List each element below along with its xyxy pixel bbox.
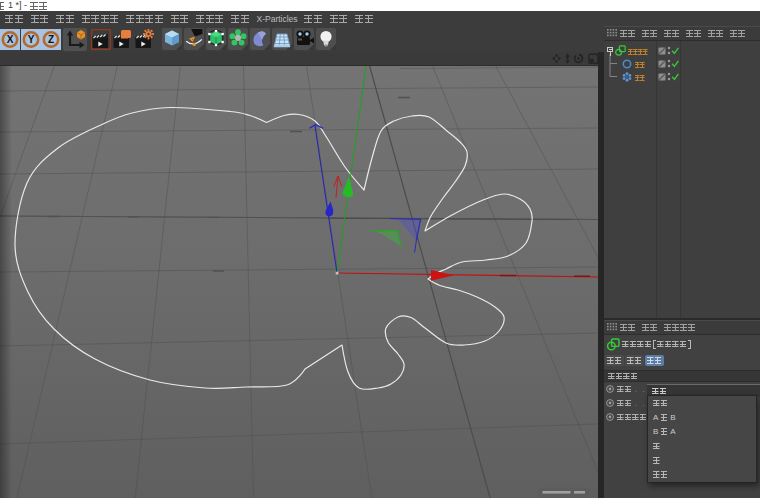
svg-text:Z: Z [48, 34, 54, 45]
svg-text:X: X [7, 34, 14, 45]
svg-text:Y: Y [27, 34, 34, 45]
